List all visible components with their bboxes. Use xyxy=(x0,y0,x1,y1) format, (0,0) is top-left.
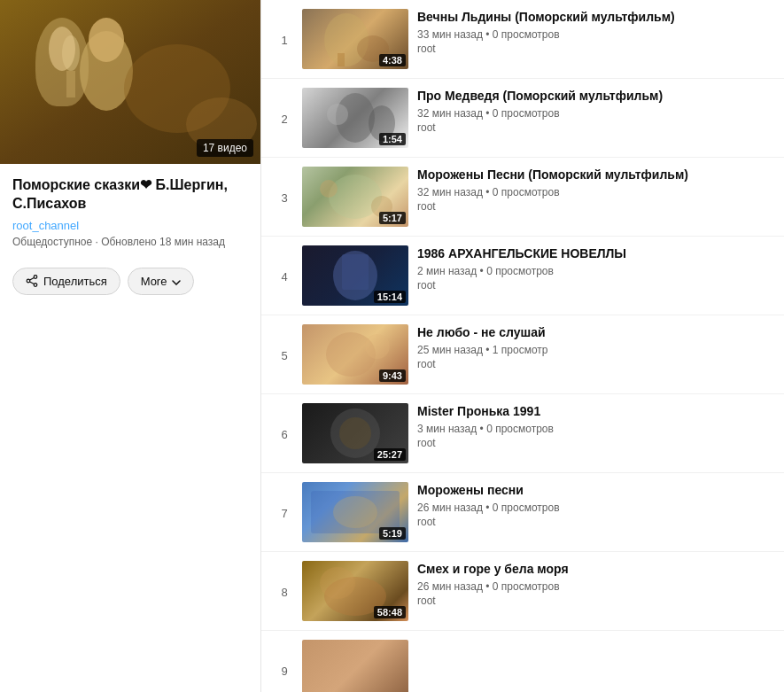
list-item[interactable]: 8 58:48 Смех и горе у бела моря 26 мин н… xyxy=(261,552,784,631)
list-item[interactable]: 7 5:19 Морожены песни 26 мин назад • 0 п… xyxy=(261,473,784,552)
svg-point-18 xyxy=(327,104,348,125)
more-button-label: More xyxy=(141,275,167,288)
svg-line-12 xyxy=(30,282,35,284)
video-duration-badge: 5:17 xyxy=(379,212,406,224)
video-channel: root xyxy=(417,200,773,213)
video-duration-badge: 5:19 xyxy=(379,527,406,540)
svg-point-20 xyxy=(320,180,338,198)
video-list: 1 4:38 Вечны Льдины (Поморский мультфиль… xyxy=(261,0,784,692)
video-thumbnail: 25:27 xyxy=(302,403,408,463)
more-button[interactable]: More xyxy=(128,268,195,295)
video-info: 1986 АРХАНГЕЛЬСКИЕ НОВЕЛЛЫ 2 мин назад •… xyxy=(417,245,773,292)
list-item[interactable]: 3 5:17 Морожены Песни (Поморский мультфи… xyxy=(261,158,784,237)
share-button-label: Поделиться xyxy=(43,275,107,288)
video-thumbnail: 1:54 xyxy=(302,88,408,148)
video-count-badge: 17 видео xyxy=(197,139,253,157)
video-thumbnail: 15:14 xyxy=(302,245,408,306)
svg-point-9 xyxy=(34,284,37,287)
video-title: 1986 АРХАНГЕЛЬСКИЕ НОВЕЛЛЫ xyxy=(417,245,773,261)
svg-point-3 xyxy=(89,18,124,62)
video-channel: root xyxy=(417,43,773,55)
video-meta: 32 мин назад • 0 просмотров xyxy=(417,186,773,198)
video-title: Морожены Песни (Поморский мультфильм) xyxy=(417,167,773,183)
video-number: 8 xyxy=(272,561,297,599)
playlist-channel-link[interactable]: root_channel xyxy=(12,219,248,232)
video-info: Морожены Песни (Поморский мультфильм) 32… xyxy=(417,167,773,213)
video-number: 5 xyxy=(272,324,297,362)
video-duration-badge: 15:14 xyxy=(374,291,406,303)
sidebar-info: Поморские сказки❤ Б.Шергин, С.Писахов ro… xyxy=(0,164,260,268)
svg-line-11 xyxy=(30,277,35,280)
video-title: Морожены песни xyxy=(417,482,773,498)
video-number: 2 xyxy=(272,88,297,126)
sidebar-actions: Поделиться More xyxy=(0,268,260,307)
svg-point-10 xyxy=(27,279,30,283)
video-channel: root xyxy=(417,121,773,134)
video-thumbnail xyxy=(302,640,408,692)
video-info: Про Медведя (Поморский мультфильм) 32 ми… xyxy=(417,88,773,134)
video-info: Mister Пронька 1991 3 мин назад • 0 прос… xyxy=(417,403,773,449)
playlist-title: Поморские сказки❤ Б.Шергин, С.Писахов xyxy=(12,176,248,214)
video-title: Вечны Льдины (Поморский мультфильм) xyxy=(417,9,773,25)
svg-rect-5 xyxy=(66,71,75,97)
svg-point-31 xyxy=(320,567,355,599)
share-icon xyxy=(26,275,38,287)
video-info: Не любо - не слушай 25 мин назад • 1 про… xyxy=(417,324,773,370)
list-item[interactable]: 4 15:14 1986 АРХАНГЕЛЬСКИЕ НОВЕЛЛЫ 2 мин… xyxy=(261,237,784,315)
svg-rect-15 xyxy=(338,53,345,66)
list-item[interactable]: 5 9:43 Не любо - не слушай 25 мин назад … xyxy=(261,315,784,394)
video-info: Морожены песни 26 мин назад • 0 просмотр… xyxy=(417,482,773,528)
video-duration-badge: 1:54 xyxy=(379,133,406,145)
svg-point-8 xyxy=(34,276,37,279)
playlist-visibility: Общедоступное · Обновлено 18 мин назад xyxy=(12,236,248,248)
video-meta: 33 мин назад • 0 просмотров xyxy=(417,28,773,41)
video-title: Mister Пронька 1991 xyxy=(417,403,773,419)
video-meta: 25 мин назад • 1 просмотр xyxy=(417,344,773,356)
svg-point-27 xyxy=(339,417,371,449)
video-thumbnail: 5:17 xyxy=(302,167,408,227)
video-title: Про Медведя (Поморский мультфильм) xyxy=(417,88,773,104)
video-thumbnail: 9:43 xyxy=(302,324,408,385)
playlist-sidebar: 17 видео Поморские сказки❤ Б.Шергин, С.П… xyxy=(0,0,261,692)
video-number: 4 xyxy=(272,245,297,284)
video-channel: root xyxy=(417,437,773,449)
svg-rect-23 xyxy=(342,254,369,290)
video-channel: root xyxy=(417,516,773,528)
page-container: 17 видео Поморские сказки❤ Б.Шергин, С.П… xyxy=(0,0,784,692)
svg-point-29 xyxy=(333,496,377,528)
list-item[interactable]: 9 xyxy=(261,631,784,692)
playlist-thumbnail[interactable]: 17 видео xyxy=(0,0,260,164)
video-duration-badge: 58:48 xyxy=(374,606,406,618)
video-duration-badge: 25:27 xyxy=(374,448,406,461)
share-button[interactable]: Поделиться xyxy=(12,268,120,295)
list-item[interactable]: 6 25:27 Mister Пронька 1991 3 мин назад … xyxy=(261,394,784,473)
svg-point-4 xyxy=(62,35,80,71)
svg-point-25 xyxy=(365,334,390,359)
video-duration-badge: 9:43 xyxy=(379,369,406,382)
video-thumbnail: 58:48 xyxy=(302,561,408,621)
video-meta: 26 мин назад • 0 просмотров xyxy=(417,580,773,593)
video-number: 1 xyxy=(272,9,297,47)
video-channel: root xyxy=(417,595,773,607)
video-meta: 32 мин назад • 0 просмотров xyxy=(417,107,773,120)
video-channel: root xyxy=(417,279,773,292)
video-info: Вечны Льдины (Поморский мультфильм) 33 м… xyxy=(417,9,773,55)
video-meta: 3 мин назад • 0 просмотров xyxy=(417,423,773,435)
video-thumbnail: 4:38 xyxy=(302,9,408,69)
video-number: 9 xyxy=(272,640,297,678)
list-item[interactable]: 2 1:54 Про Медведя (Поморский мультфильм… xyxy=(261,79,784,158)
video-number: 7 xyxy=(272,482,297,520)
video-duration-badge: 4:38 xyxy=(379,54,406,66)
video-number: 6 xyxy=(272,403,297,441)
video-meta: 26 мин назад • 0 просмотров xyxy=(417,502,773,514)
list-item[interactable]: 1 4:38 Вечны Льдины (Поморский мультфиль… xyxy=(261,0,784,79)
chevron-down-icon xyxy=(172,275,181,288)
video-thumbnail: 5:19 xyxy=(302,482,408,542)
video-title: Не любо - не слушай xyxy=(417,324,773,340)
video-channel: root xyxy=(417,358,773,370)
video-title: Смех и горе у бела моря xyxy=(417,561,773,577)
video-number: 3 xyxy=(272,167,297,205)
video-info: Смех и горе у бела моря 26 мин назад • 0… xyxy=(417,561,773,607)
video-meta: 2 мин назад • 0 просмотров xyxy=(417,265,773,277)
